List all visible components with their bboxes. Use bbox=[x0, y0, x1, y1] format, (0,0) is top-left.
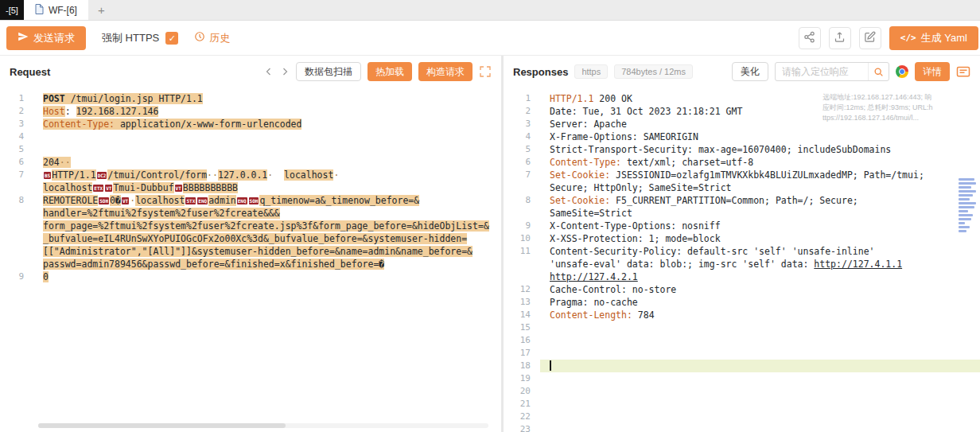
send-label: 发送请求 bbox=[33, 31, 75, 45]
editor-line-3: 3Content-Type: application/x-www-form-ur… bbox=[0, 118, 501, 130]
fuzzer-toolbar: 发送请求 强制 HTTPS ✓ 历史 </> 生成 Yaml bbox=[0, 21, 980, 56]
generate-yaml-button[interactable]: </> 生成 Yaml bbox=[889, 26, 978, 50]
editor-line-8: 8REMOTEROLESOH0�VT·localhostSTXENQadminE… bbox=[0, 194, 501, 270]
editor-line-6: 6Content-Type: text/xml; charset=utf-8 bbox=[504, 156, 980, 169]
fullscreen-icon[interactable] bbox=[479, 65, 492, 78]
response-lines: 1HTTP/1.1 200 OK2Date: Tue, 31 Oct 2023 … bbox=[504, 92, 980, 432]
editor-minimap[interactable] bbox=[959, 177, 978, 234]
editor-line-9: 9X-Content-Type-Options: nosniff bbox=[504, 220, 980, 232]
construct-request-button[interactable]: 构造请求 bbox=[418, 62, 472, 81]
editor-line-8: 8Set-Cookie: F5_CURRENT_PARTITION=Common… bbox=[504, 194, 980, 220]
size-time-badge: 784bytes / 12ms bbox=[614, 64, 693, 79]
request-panel: Request 数据包扫描 热加载 构造请求 1POST /tmui/login… bbox=[0, 56, 501, 432]
editor-line-12: 12Cache-Control: no-store bbox=[504, 283, 980, 296]
editor-line-11: 11Content-Security-Policy: default-src '… bbox=[504, 245, 980, 283]
clock-icon bbox=[194, 31, 205, 45]
next-request-button[interactable] bbox=[280, 67, 290, 76]
editor-line-2: 2Host: 192.168.127.146 bbox=[0, 105, 501, 118]
request-lines: 1POST /tmui/login.jsp HTTP/1.12Host: 192… bbox=[0, 92, 501, 283]
editor-line-1: 1HTTP/1.1 200 OK bbox=[504, 92, 980, 105]
generate-yaml-label: 生成 Yaml bbox=[921, 31, 967, 45]
send-request-button[interactable]: 发送请求 bbox=[6, 26, 86, 50]
tab-bar: -[5] WF-[6] + bbox=[0, 0, 980, 21]
code-icon: </> bbox=[900, 33, 916, 43]
editor-line-5: 5Strict-Transport-Security: max-age=1607… bbox=[504, 143, 980, 156]
request-header: Request 数据包扫描 热加载 构造请求 bbox=[0, 56, 501, 88]
request-editor[interactable]: 1POST /tmui/login.jsp HTTP/1.12Host: 192… bbox=[0, 88, 501, 432]
export-button[interactable] bbox=[829, 27, 851, 49]
export-icon bbox=[834, 31, 846, 45]
horizontal-scrollbar[interactable] bbox=[38, 423, 488, 428]
editor-line-2: 2Date: Tue, 31 Oct 2023 21:18:21 GMT bbox=[504, 105, 980, 118]
edit-button[interactable] bbox=[859, 27, 881, 49]
editor-line-7: 7BSHTTP/1.1DC2/tmui/Control/form··127.0.… bbox=[0, 169, 501, 194]
search-input[interactable] bbox=[776, 66, 868, 77]
editor-line-3: 3Server: Apache bbox=[504, 118, 980, 130]
response-header-tools: 美化 详情 bbox=[732, 62, 970, 81]
request-title: Request bbox=[10, 66, 50, 78]
file-icon bbox=[35, 4, 44, 17]
webfuzzer-app: -[5] WF-[6] + 发送请求 强制 HTTPS ✓ 历史 </> 生成 … bbox=[0, 0, 980, 432]
send-icon bbox=[18, 31, 29, 45]
editor-line-20: 20 bbox=[504, 385, 980, 398]
editor-line-16: 16 bbox=[504, 334, 980, 347]
share-icon bbox=[803, 31, 815, 45]
editor-line-5: 5 bbox=[0, 143, 501, 156]
editor-line-18: 18 bbox=[504, 360, 980, 372]
toolbar-right-group: </> 生成 Yaml bbox=[799, 26, 980, 50]
search-icon[interactable] bbox=[868, 63, 889, 80]
responses-title: Responses bbox=[513, 66, 568, 78]
editor-line-4: 4X-Frame-Options: SAMEORIGIN bbox=[504, 130, 980, 143]
editor-line-19: 19 bbox=[504, 372, 980, 385]
search-box bbox=[775, 62, 889, 81]
protocol-badge: https bbox=[574, 64, 608, 79]
history-button[interactable]: 历史 bbox=[194, 31, 230, 45]
request-header-tools: 数据包扫描 热加载 构造请求 bbox=[264, 62, 492, 81]
tab-wf-6[interactable]: WF-[6] bbox=[24, 0, 88, 20]
history-label: 历史 bbox=[209, 31, 230, 45]
response-editor[interactable]: 1HTTP/1.1 200 OK2Date: Tue, 31 Oct 2023 … bbox=[504, 88, 980, 432]
new-tab-button[interactable]: + bbox=[88, 0, 115, 20]
editor-line-22: 22 bbox=[504, 411, 980, 423]
prev-request-button[interactable] bbox=[264, 67, 274, 76]
force-https-checkbox[interactable]: ✓ bbox=[165, 32, 178, 45]
packet-scan-button[interactable]: 数据包扫描 bbox=[296, 62, 361, 81]
force-https-group: 强制 HTTPS ✓ bbox=[102, 31, 178, 45]
beautify-button[interactable]: 美化 bbox=[732, 62, 768, 81]
force-https-label: 强制 HTTPS bbox=[102, 31, 159, 45]
editor-line-1: 1POST /tmui/login.jsp HTTP/1.1 bbox=[0, 92, 501, 105]
main-split: Request 数据包扫描 热加载 构造请求 1POST /tmui/login… bbox=[0, 56, 980, 432]
editor-line-6: 6204·· bbox=[0, 156, 501, 169]
tab-label: WF-[6] bbox=[49, 5, 77, 16]
share-button[interactable] bbox=[799, 27, 821, 49]
edit-icon bbox=[864, 31, 876, 45]
editor-line-7: 7Set-Cookie: JSESSIONID=ozlafg1mTMVKXkbk… bbox=[504, 169, 980, 194]
editor-line-4: 4 bbox=[0, 130, 501, 143]
detail-button[interactable]: 详情 bbox=[915, 62, 950, 81]
editor-line-14: 14Content-Length: 784 bbox=[504, 309, 980, 321]
message-icon[interactable] bbox=[956, 65, 970, 79]
editor-line-10: 10X-XSS-Protection: 1; mode=block bbox=[504, 232, 980, 245]
editor-line-21: 21 bbox=[504, 398, 980, 411]
editor-line-17: 17 bbox=[504, 347, 980, 360]
editor-line-15: 15 bbox=[504, 321, 980, 334]
hot-reload-button[interactable]: 热加载 bbox=[368, 62, 412, 81]
response-panel: Responses https 784bytes / 12ms 美化 详情 1H… bbox=[504, 56, 980, 432]
scrollbar-thumb[interactable] bbox=[38, 423, 286, 428]
chrome-icon[interactable] bbox=[896, 65, 908, 78]
editor-line-13: 13Pragma: no-cache bbox=[504, 296, 980, 309]
editor-line-9: 90 bbox=[0, 270, 501, 283]
editor-line-23: 23 bbox=[504, 423, 980, 432]
response-header: Responses https 784bytes / 12ms 美化 详情 bbox=[504, 56, 980, 88]
tab-overflow[interactable]: -[5] bbox=[0, 0, 24, 20]
